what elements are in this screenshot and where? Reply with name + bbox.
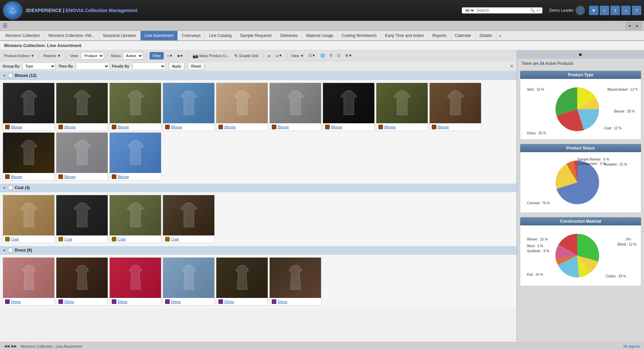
table-btn[interactable]: ☷: [336, 53, 342, 58]
product-card-blouse-10[interactable]: Blouse: [56, 132, 108, 181]
right-collapse-btn[interactable]: ▶: [517, 50, 644, 58]
product-label-dress-3[interactable]: Dress: [163, 298, 214, 305]
tab-costing-workbench[interactable]: Costing Workbench: [338, 31, 381, 40]
search-input[interactable]: [476, 8, 529, 13]
product-card-coat-2[interactable]: Coat: [109, 195, 161, 243]
product-label-blouse-9[interactable]: Blouse: [3, 173, 54, 180]
home-icon-btn[interactable]: ⌂: [621, 6, 631, 15]
mass-product-btn[interactable]: 📷 Mass Product Cr...: [191, 52, 231, 59]
product-card-blouse-2[interactable]: Blouse: [109, 83, 161, 131]
product-label-blouse-5[interactable]: Blouse: [270, 123, 321, 131]
product-card-dress-3[interactable]: Dress: [163, 257, 215, 306]
product-label-dress-5[interactable]: Dress: [270, 298, 321, 305]
product-card-blouse-9[interactable]: Blouse: [3, 132, 55, 181]
filter-icon-btn[interactable]: ▼: [589, 6, 598, 15]
status-bar-nav-prev[interactable]: ◀◀: [4, 344, 9, 348]
app-logo[interactable]: 3DX: [3, 1, 23, 20]
groupby-close-btn[interactable]: ✕: [510, 63, 514, 69]
reports-btn[interactable]: Reports ▼: [42, 53, 62, 58]
reset-btn[interactable]: Reset: [187, 62, 205, 70]
product-card-dress-5[interactable]: Dress: [269, 257, 321, 306]
user-avatar[interactable]: 👤: [576, 6, 585, 15]
product-label-blouse-6[interactable]: Blouse: [323, 123, 374, 131]
product-label-coat-3[interactable]: Coat: [163, 235, 214, 243]
product-card-blouse-5[interactable]: Blouse: [269, 83, 321, 131]
enable-edit-btn[interactable]: ✎ Enable Edit: [233, 52, 259, 59]
product-label-coat-0[interactable]: Coat: [3, 235, 54, 243]
product-label-blouse-10[interactable]: Blouse: [56, 173, 108, 180]
group-checkbox-blouse[interactable]: [8, 73, 13, 78]
tab-line-catalog[interactable]: Line Catalog: [205, 31, 236, 40]
product-label-blouse-3[interactable]: Blouse: [163, 123, 214, 131]
status-select[interactable]: Active: [123, 52, 143, 59]
tab-details[interactable]: Details: [476, 31, 496, 40]
tab-womens-collection-aw[interactable]: Womens Collection: AW...: [44, 31, 99, 40]
product-label-coat-1[interactable]: Coat: [56, 235, 108, 243]
group-header-coat[interactable]: ▼ Coat (4): [0, 183, 517, 192]
product-card-blouse-3[interactable]: Blouse: [163, 83, 215, 131]
product-card-blouse-0[interactable]: Blouse: [3, 83, 55, 131]
view-select[interactable]: Product: [81, 52, 104, 59]
column-btn[interactable]: ☷▼: [307, 53, 317, 58]
product-label-coat-2[interactable]: Coat: [110, 235, 161, 243]
product-card-blouse-6[interactable]: Blouse: [323, 83, 375, 131]
tab-early-time-action[interactable]: Early Time and Action: [381, 31, 428, 40]
view-btn-2[interactable]: View ▼: [290, 53, 306, 58]
product-card-blouse-1[interactable]: Blouse: [56, 83, 108, 131]
product-actions-btn[interactable]: Product Actions ▼: [3, 53, 36, 58]
settings-btn[interactable]: ⚙▼: [344, 53, 354, 58]
product-label-blouse-1[interactable]: Blouse: [56, 123, 108, 131]
add-icon-btn[interactable]: +: [600, 6, 609, 15]
thenby-select[interactable]: [76, 62, 109, 70]
product-label-dress-1[interactable]: Dress: [56, 298, 108, 305]
product-label-blouse-0[interactable]: Blouse: [3, 123, 54, 131]
filter-btn[interactable]: Filter: [150, 52, 164, 59]
product-card-blouse-7[interactable]: Blouse: [376, 83, 428, 131]
finallyby-select[interactable]: [132, 62, 166, 70]
group-checkbox-dress[interactable]: [8, 248, 13, 253]
tab-sample-requests[interactable]: Sample Requests: [236, 31, 276, 40]
tab-seasonal-libraries[interactable]: Seasonal Libraries: [99, 31, 141, 40]
tab-reports[interactable]: Reports: [428, 31, 451, 40]
product-label-blouse-8[interactable]: Blouse: [430, 123, 481, 131]
product-card-blouse-11[interactable]: Blouse: [109, 132, 161, 181]
tab-more[interactable]: »: [496, 31, 504, 40]
groupby-select[interactable]: Type: [22, 62, 56, 70]
status-bar-nav-next[interactable]: ▶▶: [11, 344, 17, 348]
view-btn[interactable]: View: [69, 53, 79, 58]
product-card-dress-1[interactable]: Dress: [56, 257, 108, 306]
toolbar-icon-2[interactable]: ⚌▼: [274, 53, 284, 58]
scroll-area[interactable]: ▼ Blouse (12) BlouseBlouseBlouseBlouseBl…: [0, 71, 517, 342]
tab-calendar[interactable]: Calendar: [451, 31, 476, 40]
product-card-coat-0[interactable]: Coat: [3, 195, 55, 243]
tab-line-assortment[interactable]: Line Assortment: [141, 31, 178, 40]
share-icon-btn[interactable]: ⇧: [610, 6, 620, 15]
nav-back-arrow[interactable]: ◀: [626, 22, 633, 30]
group-header-dress[interactable]: ▼ Dress (9): [0, 246, 517, 255]
group-header-blouse[interactable]: ▼ Blouse (12): [0, 71, 517, 80]
search-icon[interactable]: 🔍: [530, 8, 535, 13]
product-card-dress-4[interactable]: Dress: [216, 257, 268, 306]
tab-deliveries[interactable]: Deliveries: [276, 31, 302, 40]
nav-forward-arrow[interactable]: ▶: [634, 22, 641, 30]
product-card-blouse-4[interactable]: Blouse: [216, 83, 268, 131]
product-card-dress-0[interactable]: Dress: [3, 257, 55, 306]
product-card-dress-2[interactable]: Dress: [109, 257, 161, 306]
product-card-coat-1[interactable]: Coat: [56, 195, 108, 243]
tab-womens-collection[interactable]: Womens Collection: [1, 31, 44, 40]
search-filter-select[interactable]: All: [464, 8, 475, 13]
tab-material-usage[interactable]: Material Usage: [302, 31, 338, 40]
tag-icon[interactable]: 🏷: [536, 8, 540, 13]
group-checkbox-coat[interactable]: [8, 185, 13, 190]
product-card-coat-3[interactable]: Coat: [163, 195, 215, 243]
toolbar-icon-1[interactable]: ⚌: [266, 53, 272, 58]
product-label-blouse-4[interactable]: Blouse: [216, 123, 268, 131]
product-label-dress-4[interactable]: Dress: [216, 298, 268, 305]
product-label-blouse-7[interactable]: Blouse: [376, 123, 428, 131]
product-label-dress-2[interactable]: Dress: [110, 298, 161, 305]
product-label-blouse-11[interactable]: Blouse: [110, 173, 161, 180]
product-card-blouse-8[interactable]: Blouse: [429, 83, 481, 131]
product-label-dress-0[interactable]: Dress: [3, 298, 54, 305]
tab-colorways[interactable]: Colorways: [178, 31, 205, 40]
product-label-blouse-2[interactable]: Blouse: [110, 123, 161, 131]
